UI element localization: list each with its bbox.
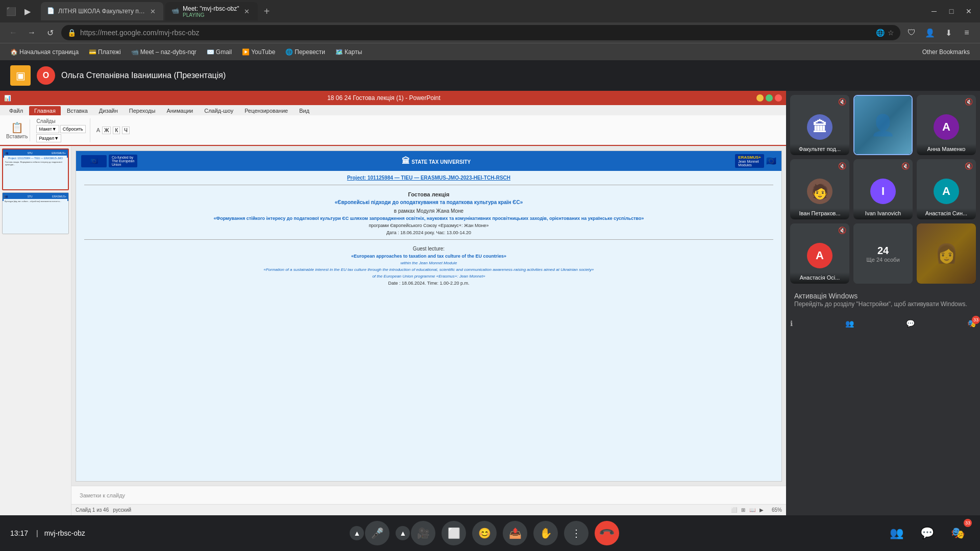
menu-btn[interactable]: ≡ (960, 26, 974, 40)
chat-panel-btn[interactable]: 💬 (915, 521, 939, 545)
bm-gmail[interactable]: ✉️ Gmail (203, 47, 236, 57)
emoji-btn[interactable]: 😊 (472, 521, 497, 545)
slide-guest-topic: «European approaches to taxation and tax… (84, 254, 773, 259)
ppt-restore-btn[interactable] (766, 94, 773, 102)
slide1-stu-text: STU (28, 152, 33, 155)
address-bar[interactable]: 🔒 https://meet.google.com/mvj-rbsc-obz 🌐… (61, 25, 900, 40)
ppt-notes-area[interactable]: Заметки к слайду (71, 486, 786, 504)
ppt-new-slide-btn[interactable]: Макет▼ (36, 125, 59, 133)
address-text: https://meet.google.com/mvj-rbsc-obz (80, 29, 872, 37)
tab-litnya-shkola[interactable]: 📄 ЛІТНЯ ШКОЛА Факультету по... ✕ (41, 2, 163, 20)
screen-present-btn[interactable]: 📤 (503, 521, 527, 545)
minimize-btn[interactable]: ─ (927, 4, 941, 18)
ppt-bold-btn[interactable]: Ж (102, 127, 111, 134)
back-btn[interactable]: ← (6, 26, 20, 40)
ppt-tab-review[interactable]: Рецензирование (239, 106, 293, 115)
bm-payments-label: Платежі (98, 48, 121, 56)
profile-btn[interactable]: 👤 (923, 26, 937, 40)
ppt-ribbon: Файл Главная Вставка Дизайн Переходы Ани… (0, 105, 786, 146)
ppt-minimize-btn[interactable] (756, 94, 764, 102)
bm-maps[interactable]: 🗺️ Карты (331, 47, 366, 57)
forward-btn[interactable]: → (24, 26, 39, 40)
ppt-view-sorter-icon[interactable]: ⊞ (741, 507, 745, 513)
participant-tile-more[interactable]: 24 Ще 24 особи (853, 223, 913, 284)
p4-name: Іван Петраков... (790, 208, 849, 219)
slide-erasmus-logos: ERASMUS+ Jean Monnet Modules 🇪🇺 (735, 154, 776, 168)
maximize-btn[interactable]: □ (944, 4, 959, 18)
reload-btn[interactable]: ↺ (43, 26, 57, 40)
slide1-project-text: Project: 101125984 — TIEU — ERASMUS-JMO (5, 157, 66, 160)
ppt-tab-slideshow[interactable]: Слайд-шоу (199, 106, 238, 115)
activities-panel-btn[interactable]: 🎭 33 (945, 521, 970, 545)
ppt-tab-view[interactable]: Вид (294, 106, 314, 115)
people-panel-btn[interactable]: 👥 (884, 521, 909, 545)
chat-panel-icon[interactable]: 💬 (906, 319, 915, 328)
activation-watermark: Активація Windows Перейдіть до розділу "… (790, 288, 976, 313)
ppt-close-btn[interactable] (775, 94, 782, 102)
bm-other[interactable]: Other Bookmarks (918, 47, 974, 57)
download-btn[interactable]: ⬇ (941, 26, 955, 40)
ppt-tab-design[interactable]: Дизайн (94, 106, 123, 115)
cam-expand-btn[interactable]: ▲ (396, 526, 410, 540)
info-icon[interactable]: ℹ (790, 319, 793, 328)
ppt-app-icon: 📊 (4, 95, 11, 102)
bm-payments-icon: 💳 (89, 48, 96, 56)
close-btn[interactable]: ✕ (962, 4, 976, 18)
tab-back-btn[interactable]: ⬛ (4, 4, 18, 18)
people-icon[interactable]: 👥 (845, 319, 854, 328)
p4-face-icon: 🧑 (811, 183, 829, 200)
hand-raise-btn[interactable]: ✋ (533, 521, 558, 545)
present-btn[interactable]: ⬜ (442, 521, 466, 545)
p3-avatar: А (934, 114, 959, 140)
slide-thumb-2[interactable]: 2 🇪🇺 STU ERASMUS+ Культура (від лат. cul… (2, 192, 69, 234)
slide-lecture-subtitle: «Європейські підходи до оподаткування та… (84, 199, 773, 205)
slide-eu-flag: 🇪🇺 (81, 155, 107, 167)
ppt-slide-count: Слайд 1 из 46 (76, 507, 109, 513)
translate-icon[interactable]: 🌐 (876, 29, 885, 37)
bm-meet[interactable]: 📹 Meet – naz-dybs-nqr (127, 47, 201, 57)
ppt-lang: русский (113, 507, 131, 513)
ppt-underline-btn[interactable]: Ч (122, 127, 130, 134)
ppt-tab-file[interactable]: Файл (4, 106, 28, 115)
stu-shield-icon: 🏛 (402, 157, 410, 165)
activities-icon-wrapper: 🎭 33 (967, 319, 976, 328)
cam-btn[interactable]: 🎥 (411, 521, 435, 545)
slide-thumb-1[interactable]: 1 🇪🇺 STU ERASMUS+ Project: 101125984 — T… (2, 148, 69, 190)
mic-expand-btn[interactable]: ▲ (350, 526, 364, 540)
ppt-tab-insert[interactable]: Вставка (62, 106, 93, 115)
bm-youtube[interactable]: ▶️ YouTube (238, 47, 279, 57)
participant-tile-1: 🔇 🏛 Факультет под... (790, 95, 849, 155)
p4-mute-icon: 🔇 (838, 162, 846, 170)
ppt-italic-btn[interactable]: К (113, 127, 120, 134)
p1-name: Факультет под... (790, 144, 849, 155)
tab1-close[interactable]: ✕ (148, 7, 157, 16)
end-call-btn[interactable]: 📞 (595, 521, 619, 545)
slide1-content-text: Гостова лекція. Формування стійкого інте… (5, 161, 66, 166)
bm-payments[interactable]: 💳 Платежі (85, 47, 125, 57)
ppt-slide-content-area: 🇪🇺 Co-funded by The European Union (71, 146, 786, 515)
eu-union-text: The European (112, 159, 134, 163)
p4-avatar: 🧑 (807, 179, 832, 204)
ppt-view-reading-icon[interactable]: 📖 (749, 507, 755, 513)
ppt-view-normal-icon[interactable]: ⬜ (731, 507, 737, 513)
bm-home[interactable]: 🏠 Начальная страница (6, 47, 83, 57)
more-options-btn[interactable]: ⋮ (564, 521, 589, 545)
ppt-section-btn[interactable]: Раздел▼ (36, 134, 61, 142)
new-tab-button[interactable]: + (260, 4, 274, 18)
ppt-tab-home[interactable]: Главная (29, 106, 61, 115)
ppt-slideshow-icon[interactable]: ▶ (760, 507, 764, 513)
ppt-reset-btn[interactable]: Сбросить (60, 125, 86, 133)
mic-btn[interactable]: 🎤 (365, 521, 389, 545)
mic-group: ▲ 🎤 (350, 521, 389, 545)
presenter-avatar: О (37, 66, 55, 85)
tab-meet[interactable]: 📹 Meet: "mvj-rbsc-obz" PLAYING ✕ (165, 2, 258, 20)
bookmark-star-icon[interactable]: ☆ (888, 29, 894, 37)
bm-translate[interactable]: 🌐 Перевести (281, 47, 329, 57)
ppt-tab-animations[interactable]: Анимации (161, 106, 198, 115)
ppt-tab-transitions[interactable]: Переходы (124, 106, 161, 115)
ppt-statusbar: Слайд 1 из 46 русский ⬜ ⊞ 📖 ▶ 65% (71, 504, 786, 515)
tab2-close[interactable]: ✕ (242, 7, 252, 16)
extensions-btn[interactable]: 🛡 (904, 26, 919, 40)
bm-maps-icon: 🗺️ (335, 48, 342, 56)
tab-forward-btn[interactable]: ▶ (20, 4, 35, 18)
